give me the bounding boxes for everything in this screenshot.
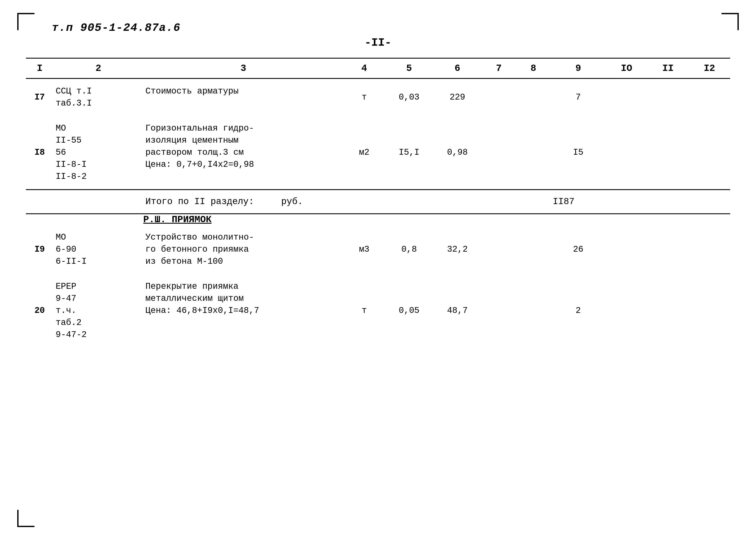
col-header-4: 4 — [343, 58, 385, 78]
row-20-num: 20 — [26, 274, 54, 347]
row-19-unit: м3 — [343, 225, 385, 274]
subtotal-empty5 — [433, 190, 481, 214]
section-header: Р.Ш. ПРИЯМОК — [143, 214, 730, 225]
row-19-col8 — [516, 225, 551, 274]
main-table: I 2 3 4 5 6 7 8 9 IO II I2 I7 ССЦ т.I та… — [26, 58, 730, 347]
subtotal-empty8 — [606, 190, 647, 214]
subtotal-empty9 — [647, 190, 689, 214]
row-18-desc: Горизонтальная гидро- изоляция цементным… — [143, 116, 343, 190]
subtotal-value: II87 — [551, 190, 606, 214]
row-17-desc: Стоимость арматуры — [143, 78, 343, 116]
subtotal-empty6 — [482, 190, 516, 214]
row-18-col5: I5,I — [385, 116, 433, 190]
table-row: I9 МО 6-90 6-II-I Устройство монолитно- … — [26, 225, 730, 274]
row-20-col7 — [482, 274, 516, 347]
subtotal-label: Итого по II разделу: руб. — [143, 190, 343, 214]
row-17-col9: 7 — [551, 78, 606, 116]
row-18-col9: I5 — [551, 116, 606, 190]
row-18-col12 — [689, 116, 730, 190]
row-20-col12 — [689, 274, 730, 347]
row-18-col7 — [482, 116, 516, 190]
doc-title: т.п 905-1-24.87а.6 — [52, 22, 181, 34]
corner-bracket-bl — [17, 510, 35, 527]
row-19-col9: 26 — [551, 225, 606, 274]
col-header-7: 7 — [482, 58, 516, 78]
col-header-12: I2 — [689, 58, 730, 78]
row-17-col5: 0,03 — [385, 78, 433, 116]
row-19-ref: МО 6-90 6-II-I — [54, 225, 143, 274]
section-empty1 — [26, 214, 54, 225]
row-17-col10 — [606, 78, 647, 116]
row-20-desc: Перекрытие приямка металлическим щитом Ц… — [143, 274, 343, 347]
row-19-col12 — [689, 225, 730, 274]
row-19-col5: 0,8 — [385, 225, 433, 274]
table-row: I7 ССЦ т.I таб.3.I Стоимость арматуры т … — [26, 78, 730, 116]
row-19-col6: 32,2 — [433, 225, 481, 274]
row-18-ref: МО II-55 56 II-8-I II-8-2 — [54, 116, 143, 190]
row-19-col7 — [482, 225, 516, 274]
col-header-9: 9 — [551, 58, 606, 78]
row-20-col10 — [606, 274, 647, 347]
subtotal-empty3 — [343, 190, 385, 214]
section-empty2 — [54, 214, 143, 225]
col-header-1: I — [26, 58, 54, 78]
subtotal-empty2 — [54, 190, 143, 214]
table-header-row: I 2 3 4 5 6 7 8 9 IO II I2 — [26, 58, 730, 78]
section-title: Р.Ш. ПРИЯМОК — [143, 214, 212, 225]
subtotal-label-text: Итого по II разделу: — [146, 197, 254, 207]
row-20-col8 — [516, 274, 551, 347]
row-18-col8 — [516, 116, 551, 190]
col-header-5: 5 — [385, 58, 433, 78]
col-header-6: 6 — [433, 58, 481, 78]
col-header-2: 2 — [54, 58, 143, 78]
row-19-col11 — [647, 225, 689, 274]
col-header-10: IO — [606, 58, 647, 78]
row-19-num: I9 — [26, 225, 54, 274]
row-20-col5: 0,05 — [385, 274, 433, 347]
row-20-col11 — [647, 274, 689, 347]
table-row: 20 ЕРЕР 9-47 т.ч. таб.2 9-47-2 Перекрыти… — [26, 274, 730, 347]
subtotal-unit: руб. — [281, 197, 303, 207]
row-17-col6: 229 — [433, 78, 481, 116]
row-20-unit: т — [343, 274, 385, 347]
row-17-col11 — [647, 78, 689, 116]
row-20-ref: ЕРЕР 9-47 т.ч. таб.2 9-47-2 — [54, 274, 143, 347]
row-17-num: I7 — [26, 78, 54, 116]
subtotal-empty4 — [385, 190, 433, 214]
subtotal-empty10 — [689, 190, 730, 214]
row-17-col7 — [482, 78, 516, 116]
subtotal-empty1 — [26, 190, 54, 214]
row-20-col9: 2 — [551, 274, 606, 347]
section-header-row: Р.Ш. ПРИЯМОК — [26, 214, 730, 225]
row-17-unit: т — [343, 78, 385, 116]
row-18-col11 — [647, 116, 689, 190]
page-number: -II- — [26, 37, 730, 49]
row-19-col10 — [606, 225, 647, 274]
subtotal-row: Итого по II разделу: руб. II87 — [26, 190, 730, 214]
row-18-col6: 0,98 — [433, 116, 481, 190]
row-17-ref: ССЦ т.I таб.3.I — [54, 78, 143, 116]
col-header-8: 8 — [516, 58, 551, 78]
row-19-desc: Устройство монолитно- го бетонного приям… — [143, 225, 343, 274]
col-header-3: 3 — [143, 58, 343, 78]
subtotal-empty7 — [516, 190, 551, 214]
header: т.п 905-1-24.87а.6 — [26, 22, 730, 34]
row-17-col8 — [516, 78, 551, 116]
row-18-col10 — [606, 116, 647, 190]
row-17-col12 — [689, 78, 730, 116]
page: т.п 905-1-24.87а.6 -II- I 2 3 4 5 6 7 8 … — [0, 0, 756, 540]
row-20-col6: 48,7 — [433, 274, 481, 347]
table-row: I8 МО II-55 56 II-8-I II-8-2 Горизонталь… — [26, 116, 730, 190]
col-header-11: II — [647, 58, 689, 78]
row-18-num: I8 — [26, 116, 54, 190]
row-18-unit: м2 — [343, 116, 385, 190]
